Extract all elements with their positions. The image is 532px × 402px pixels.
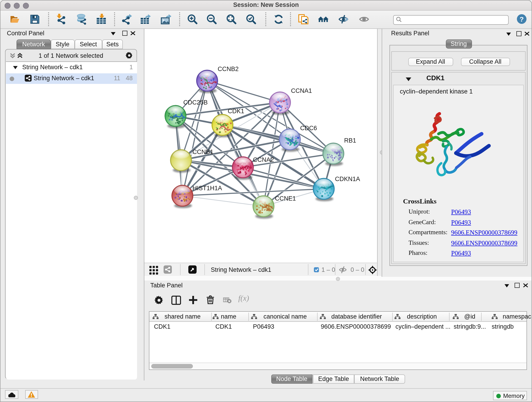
- svg-text:CCNE1: CCNE1: [275, 195, 296, 202]
- svg-text:CCNA1: CCNA1: [291, 87, 312, 94]
- svg-text:CDK1: CDK1: [228, 108, 244, 115]
- svg-text:CDC6: CDC6: [300, 125, 317, 132]
- svg-text:RB1: RB1: [344, 137, 356, 144]
- svg-text:CCNB2: CCNB2: [218, 65, 239, 72]
- svg-text:CCNB1: CCNB1: [192, 148, 214, 155]
- svg-text:CDKN1A: CDKN1A: [335, 176, 360, 182]
- svg-text:CCNA2: CCNA2: [253, 156, 274, 163]
- svg-text:HIST1H1A: HIST1H1A: [192, 185, 222, 191]
- svg-text:CDC25B: CDC25B: [183, 99, 208, 106]
